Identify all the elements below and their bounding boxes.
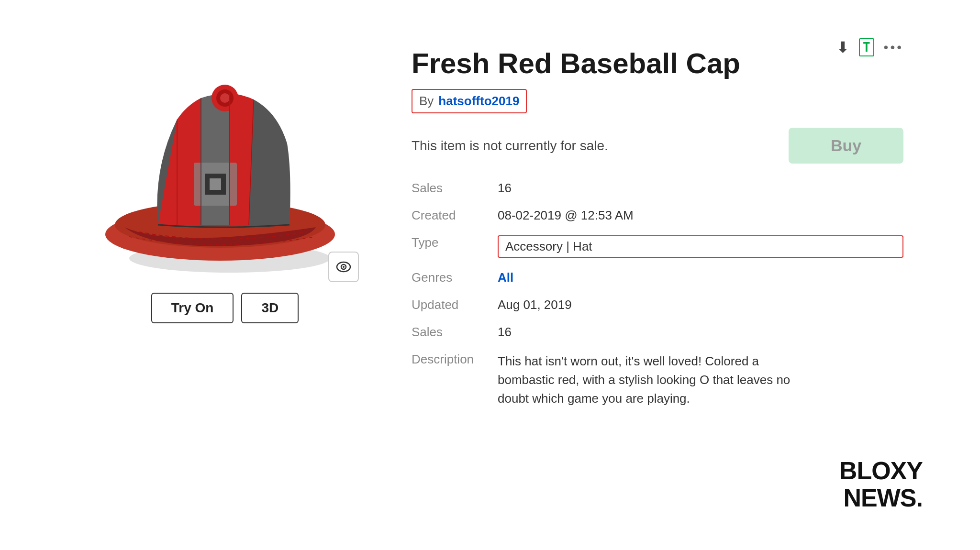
sales2-value: 16 <box>498 325 903 340</box>
created-value: 08-02-2019 @ 12:53 AM <box>498 208 903 223</box>
description-value: This hat isn't worn out, it's well loved… <box>498 352 804 408</box>
hat-image <box>100 48 349 277</box>
download-icon[interactable]: ⬇ <box>836 38 849 56</box>
details-grid: Sales 16 Created 08-02-2019 @ 12:53 AM T… <box>412 181 903 408</box>
created-label: Created <box>412 208 498 223</box>
item-title: Fresh Red Baseball Cap <box>412 48 775 79</box>
sales2-label: Sales <box>412 325 498 340</box>
toolbar: ⬇ T ••• <box>836 38 903 56</box>
updated-value: Aug 01, 2019 <box>498 297 903 312</box>
type-value: Accessory | Hat <box>498 235 903 258</box>
bloxy-news-watermark: BLOXY NEWS. <box>839 457 923 512</box>
updated-label: Updated <box>412 297 498 312</box>
sale-row: This item is not currently for sale. Buy <box>412 128 903 164</box>
sales-value: 16 <box>498 181 903 196</box>
svg-rect-5 <box>210 178 221 190</box>
bloxy-news-line1: BLOXY <box>839 457 923 484</box>
try-on-button[interactable]: Try On <box>151 293 234 323</box>
sale-status: This item is not currently for sale. <box>412 138 608 154</box>
3d-button[interactable]: 3D <box>241 293 299 323</box>
text-format-icon[interactable]: T <box>859 38 874 56</box>
description-label: Description <box>412 352 498 408</box>
sales-label: Sales <box>412 181 498 196</box>
more-options-icon[interactable]: ••• <box>884 40 903 55</box>
genres-value[interactable]: All <box>498 270 903 285</box>
type-label: Type <box>412 235 498 258</box>
svg-point-8 <box>220 93 230 103</box>
item-image-container <box>86 38 364 287</box>
bloxy-news-line2: NEWS. <box>839 484 923 512</box>
svg-point-11 <box>343 266 345 268</box>
right-panel: ⬇ T ••• Fresh Red Baseball Cap By hatsof… <box>412 38 903 408</box>
creator-label: By <box>419 94 434 109</box>
genres-label: Genres <box>412 270 498 285</box>
eye-icon <box>335 258 352 275</box>
buy-button[interactable]: Buy <box>789 128 903 164</box>
left-panel: Try On 3D <box>77 38 373 323</box>
creator-row: By hatsoffto2019 <box>412 89 527 113</box>
action-buttons: Try On 3D <box>151 293 299 323</box>
preview-button[interactable] <box>328 252 359 282</box>
creator-link[interactable]: hatsoffto2019 <box>438 94 519 109</box>
